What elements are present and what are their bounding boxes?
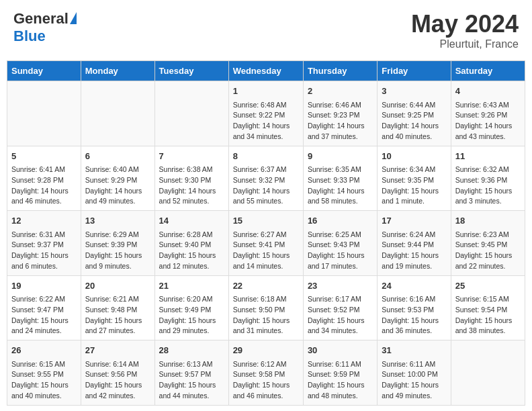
- calendar-week-row: 1Sunrise: 6:48 AM Sunset: 9:22 PM Daylig…: [7, 81, 525, 146]
- calendar-week-row: 12Sunrise: 6:31 AM Sunset: 9:37 PM Dayli…: [7, 211, 525, 276]
- calendar-cell: 12Sunrise: 6:31 AM Sunset: 9:37 PM Dayli…: [7, 211, 81, 276]
- calendar-cell: 13Sunrise: 6:29 AM Sunset: 9:39 PM Dayli…: [81, 211, 154, 276]
- logo: General Blue: [13, 10, 77, 45]
- calendar-cell: 6Sunrise: 6:40 AM Sunset: 9:29 PM Daylig…: [81, 146, 154, 211]
- day-info: Sunrise: 6:32 AM Sunset: 9:36 PM Dayligh…: [455, 165, 521, 207]
- calendar-cell: [7, 81, 81, 146]
- calendar-cell: 21Sunrise: 6:20 AM Sunset: 9:49 PM Dayli…: [154, 275, 228, 340]
- calendar-cell: [451, 340, 525, 406]
- day-info: Sunrise: 6:34 AM Sunset: 9:35 PM Dayligh…: [382, 165, 446, 207]
- day-number: 14: [159, 214, 224, 228]
- column-header-wednesday: Wednesday: [228, 61, 303, 81]
- calendar-header-row: SundayMondayTuesdayWednesdayThursdayFrid…: [7, 61, 525, 81]
- column-header-saturday: Saturday: [451, 61, 525, 81]
- day-number: 22: [233, 279, 299, 293]
- day-number: 31: [382, 344, 446, 357]
- day-info: Sunrise: 6:29 AM Sunset: 9:39 PM Dayligh…: [85, 230, 150, 272]
- calendar-week-row: 26Sunrise: 6:15 AM Sunset: 9:55 PM Dayli…: [7, 340, 525, 406]
- calendar-cell: 18Sunrise: 6:23 AM Sunset: 9:45 PM Dayli…: [451, 211, 525, 276]
- calendar-cell: 17Sunrise: 6:24 AM Sunset: 9:44 PM Dayli…: [378, 211, 451, 276]
- calendar-cell: 19Sunrise: 6:22 AM Sunset: 9:47 PM Dayli…: [7, 275, 81, 340]
- column-header-friday: Friday: [378, 61, 451, 81]
- day-info: Sunrise: 6:35 AM Sunset: 9:33 PM Dayligh…: [308, 165, 373, 207]
- calendar-week-row: 5Sunrise: 6:41 AM Sunset: 9:28 PM Daylig…: [7, 146, 525, 211]
- calendar-cell: 22Sunrise: 6:18 AM Sunset: 9:50 PM Dayli…: [228, 275, 303, 340]
- logo-blue: Blue: [13, 28, 46, 45]
- header: General Blue May 2024 Pleurtuit, France: [7, 7, 525, 54]
- column-header-tuesday: Tuesday: [154, 61, 228, 81]
- logo-triangle-icon: [70, 12, 77, 24]
- day-info: Sunrise: 6:24 AM Sunset: 9:44 PM Dayligh…: [382, 230, 446, 272]
- day-info: Sunrise: 6:12 AM Sunset: 9:58 PM Dayligh…: [233, 359, 299, 402]
- day-info: Sunrise: 6:23 AM Sunset: 9:45 PM Dayligh…: [455, 230, 521, 272]
- day-info: Sunrise: 6:11 AM Sunset: 10:00 PM Daylig…: [382, 359, 446, 402]
- logo-general: General: [13, 10, 69, 28]
- day-number: 30: [308, 344, 373, 357]
- day-info: Sunrise: 6:15 AM Sunset: 9:55 PM Dayligh…: [11, 359, 77, 402]
- day-info: Sunrise: 6:44 AM Sunset: 9:25 PM Dayligh…: [382, 100, 446, 142]
- column-header-monday: Monday: [81, 61, 154, 81]
- calendar-cell: 30Sunrise: 6:11 AM Sunset: 9:59 PM Dayli…: [303, 340, 377, 406]
- day-number: 16: [308, 214, 373, 228]
- calendar-cell: 20Sunrise: 6:21 AM Sunset: 9:48 PM Dayli…: [81, 275, 154, 340]
- day-info: Sunrise: 6:38 AM Sunset: 9:30 PM Dayligh…: [159, 165, 224, 207]
- calendar-cell: 7Sunrise: 6:38 AM Sunset: 9:30 PM Daylig…: [154, 146, 228, 211]
- title-block: May 2024 Pleurtuit, France: [411, 10, 519, 50]
- day-number: 10: [382, 150, 446, 163]
- day-number: 29: [233, 344, 299, 357]
- calendar-cell: 4Sunrise: 6:43 AM Sunset: 9:26 PM Daylig…: [451, 81, 525, 146]
- day-number: 25: [455, 279, 521, 293]
- calendar-cell: 1Sunrise: 6:48 AM Sunset: 9:22 PM Daylig…: [228, 81, 303, 146]
- day-number: 28: [159, 344, 224, 357]
- day-number: 24: [382, 279, 446, 293]
- day-number: 1: [233, 85, 299, 98]
- day-number: 11: [455, 150, 521, 163]
- day-number: 7: [159, 150, 224, 163]
- calendar-cell: 27Sunrise: 6:14 AM Sunset: 9:56 PM Dayli…: [81, 340, 154, 406]
- calendar-cell: 14Sunrise: 6:28 AM Sunset: 9:40 PM Dayli…: [154, 211, 228, 276]
- calendar-cell: 15Sunrise: 6:27 AM Sunset: 9:41 PM Dayli…: [228, 211, 303, 276]
- calendar-cell: 25Sunrise: 6:15 AM Sunset: 9:54 PM Dayli…: [451, 275, 525, 340]
- column-header-sunday: Sunday: [7, 61, 81, 81]
- calendar-cell: 24Sunrise: 6:16 AM Sunset: 9:53 PM Dayli…: [378, 275, 451, 340]
- day-number: 21: [159, 279, 224, 293]
- day-info: Sunrise: 6:48 AM Sunset: 9:22 PM Dayligh…: [233, 100, 299, 142]
- calendar-week-row: 19Sunrise: 6:22 AM Sunset: 9:47 PM Dayli…: [7, 275, 525, 340]
- day-info: Sunrise: 6:11 AM Sunset: 9:59 PM Dayligh…: [308, 359, 373, 402]
- day-number: 27: [85, 344, 150, 357]
- day-number: 13: [85, 214, 150, 228]
- day-number: 12: [11, 214, 77, 228]
- day-number: 5: [11, 150, 77, 163]
- day-number: 2: [308, 85, 373, 98]
- calendar-cell: 2Sunrise: 6:46 AM Sunset: 9:23 PM Daylig…: [303, 81, 377, 146]
- calendar-cell: 10Sunrise: 6:34 AM Sunset: 9:35 PM Dayli…: [378, 146, 451, 211]
- day-info: Sunrise: 6:14 AM Sunset: 9:56 PM Dayligh…: [85, 359, 150, 402]
- calendar-title: May 2024: [411, 10, 519, 38]
- day-number: 3: [382, 85, 446, 98]
- day-info: Sunrise: 6:20 AM Sunset: 9:49 PM Dayligh…: [159, 294, 224, 336]
- day-info: Sunrise: 6:13 AM Sunset: 9:57 PM Dayligh…: [159, 359, 224, 402]
- calendar-cell: 8Sunrise: 6:37 AM Sunset: 9:32 PM Daylig…: [228, 146, 303, 211]
- calendar-cell: 16Sunrise: 6:25 AM Sunset: 9:43 PM Dayli…: [303, 211, 377, 276]
- day-number: 4: [455, 85, 521, 98]
- calendar-location: Pleurtuit, France: [411, 38, 519, 50]
- day-number: 23: [308, 279, 373, 293]
- day-info: Sunrise: 6:46 AM Sunset: 9:23 PM Dayligh…: [308, 100, 373, 142]
- day-info: Sunrise: 6:37 AM Sunset: 9:32 PM Dayligh…: [233, 165, 299, 207]
- day-info: Sunrise: 6:15 AM Sunset: 9:54 PM Dayligh…: [455, 294, 521, 336]
- day-number: 8: [233, 150, 299, 163]
- day-info: Sunrise: 6:25 AM Sunset: 9:43 PM Dayligh…: [308, 230, 373, 272]
- calendar-table: SundayMondayTuesdayWednesdayThursdayFrid…: [7, 60, 525, 406]
- calendar-cell: 23Sunrise: 6:17 AM Sunset: 9:52 PM Dayli…: [303, 275, 377, 340]
- day-info: Sunrise: 6:21 AM Sunset: 9:48 PM Dayligh…: [85, 294, 150, 336]
- calendar-cell: 28Sunrise: 6:13 AM Sunset: 9:57 PM Dayli…: [154, 340, 228, 406]
- calendar-cell: 29Sunrise: 6:12 AM Sunset: 9:58 PM Dayli…: [228, 340, 303, 406]
- day-info: Sunrise: 6:27 AM Sunset: 9:41 PM Dayligh…: [233, 230, 299, 272]
- day-number: 18: [455, 214, 521, 228]
- day-number: 20: [85, 279, 150, 293]
- calendar-cell: 26Sunrise: 6:15 AM Sunset: 9:55 PM Dayli…: [7, 340, 81, 406]
- calendar-cell: 31Sunrise: 6:11 AM Sunset: 10:00 PM Dayl…: [378, 340, 451, 406]
- day-number: 15: [233, 214, 299, 228]
- day-info: Sunrise: 6:22 AM Sunset: 9:47 PM Dayligh…: [11, 294, 77, 336]
- day-info: Sunrise: 6:31 AM Sunset: 9:37 PM Dayligh…: [11, 230, 77, 272]
